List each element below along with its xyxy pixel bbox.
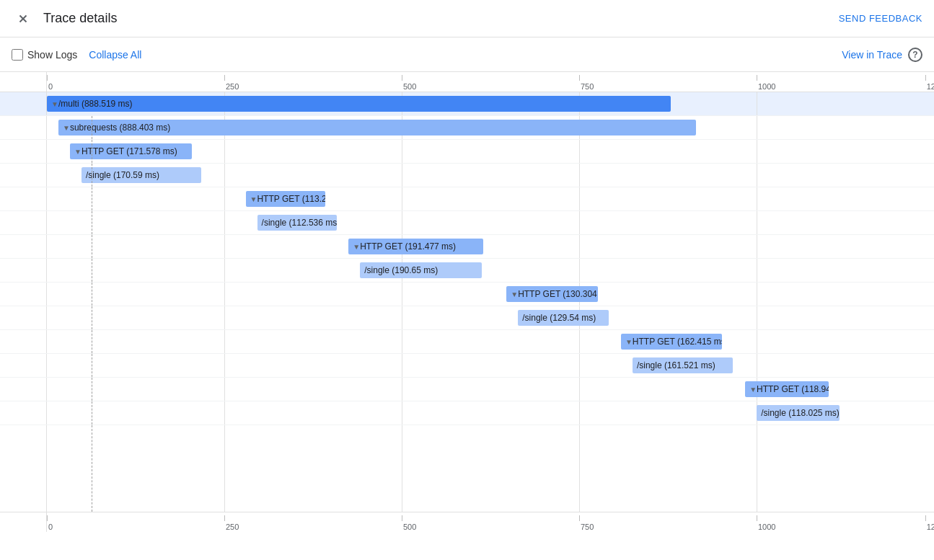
row-chart: ▼ subrequests (888.403 ms) bbox=[47, 116, 934, 139]
span-label: /single (190.65 ms) bbox=[364, 265, 438, 275]
trace-row: /single (112.536 ms) bbox=[0, 211, 934, 235]
ruler-spacer bbox=[0, 72, 47, 92]
span-label: HTTP GET (191.477 ms) bbox=[360, 241, 456, 252]
row-label bbox=[0, 283, 47, 306]
row-chart: ▼ HTTP GET (113.268 ms) bbox=[47, 187, 934, 210]
row-label bbox=[0, 164, 47, 187]
span-label: /single (112.536 ms) bbox=[262, 218, 338, 228]
trace-row: ▼ HTTP GET (118.941 ms) bbox=[0, 378, 934, 401]
bottom-ruler-tick-250: 250 bbox=[224, 512, 239, 532]
bottom-ruler-label-1000: 1000 bbox=[758, 523, 775, 531]
row-label bbox=[0, 92, 47, 115]
span-bar[interactable]: /single (118.025 ms) bbox=[757, 405, 839, 421]
ruler-label-750: 750 bbox=[581, 82, 594, 91]
span-bar[interactable]: /single (170.59 ms) bbox=[81, 167, 201, 183]
bottom-ruler-tick-750: 750 bbox=[579, 512, 594, 532]
trace-row: /single (118.025 ms) bbox=[0, 401, 934, 425]
ruler-label-1250: 1250 bbox=[927, 82, 934, 91]
bottom-ruler-label-1250: 1250 bbox=[927, 523, 934, 531]
span-label: HTTP GET (113.268 ms) bbox=[257, 194, 325, 204]
span-label: HTTP GET (171.578 ms) bbox=[81, 146, 177, 156]
bottom-ruler-tick-500: 500 bbox=[402, 512, 416, 532]
span-bar[interactable]: ▼ HTTP GET (113.268 ms) bbox=[246, 191, 326, 207]
bottom-ruler: 0 250 500 750 1000 bbox=[0, 512, 934, 532]
trace-row: ▼ HTTP GET (171.578 ms) bbox=[0, 140, 934, 164]
bottom-ruler-label-750: 750 bbox=[581, 523, 594, 531]
span-bar[interactable]: ▼ HTTP GET (118.941 ms) bbox=[745, 381, 829, 397]
span-label: HTTP GET (162.415 ms) bbox=[633, 337, 722, 347]
trace-row: /single (170.59 ms) bbox=[0, 164, 934, 187]
chevron-down-icon[interactable]: ▼ bbox=[74, 148, 81, 156]
span-bar[interactable]: /single (112.536 ms) bbox=[257, 215, 338, 231]
row-label bbox=[0, 425, 47, 512]
span-bar[interactable]: ▼ HTTP GET (130.304 ms) bbox=[506, 286, 598, 302]
row-label bbox=[0, 140, 47, 163]
page-title: Trace details bbox=[43, 11, 117, 26]
close-button[interactable] bbox=[12, 7, 35, 30]
bottom-ruler-label-500: 500 bbox=[403, 523, 416, 531]
ruler-ticks: 0 250 500 750 1000 bbox=[47, 72, 934, 92]
view-in-trace-link[interactable]: View in Trace bbox=[842, 49, 902, 61]
toolbar-left: Show Logs Collapse All bbox=[12, 49, 141, 61]
span-bar[interactable]: /single (129.54 ms) bbox=[518, 310, 608, 326]
row-chart: ▼ HTTP GET (191.477 ms) bbox=[47, 235, 934, 258]
span-label: HTTP GET (118.941 ms) bbox=[757, 384, 829, 394]
top-ruler: 0 250 500 750 1000 bbox=[0, 72, 934, 92]
row-label bbox=[0, 235, 47, 258]
ruler-label-500: 500 bbox=[403, 82, 416, 91]
trace-row: ▼ /multi (888.519 ms) bbox=[0, 92, 934, 116]
row-label bbox=[0, 306, 47, 329]
row-label bbox=[0, 259, 47, 282]
span-bar[interactable]: /single (161.521 ms) bbox=[633, 357, 733, 373]
span-bar[interactable]: ▼ HTTP GET (171.578 ms) bbox=[70, 143, 192, 159]
send-feedback-button[interactable]: SEND FEEDBACK bbox=[839, 13, 922, 24]
chevron-down-icon[interactable]: ▼ bbox=[625, 338, 633, 346]
show-logs-label[interactable]: Show Logs bbox=[27, 49, 77, 61]
row-label bbox=[0, 330, 47, 353]
row-label bbox=[0, 401, 47, 425]
trace-container: 0 250 500 750 1000 bbox=[0, 72, 934, 560]
chevron-down-icon[interactable]: ▼ bbox=[250, 195, 257, 203]
row-label bbox=[0, 378, 47, 401]
span-bar[interactable]: ▼ HTTP GET (191.477 ms) bbox=[348, 239, 483, 254]
help-icon[interactable]: ? bbox=[908, 48, 922, 62]
row-chart: /single (170.59 ms) bbox=[47, 164, 934, 187]
span-bar[interactable]: ▼ /multi (888.519 ms) bbox=[47, 96, 671, 112]
chevron-down-icon[interactable]: ▼ bbox=[353, 243, 360, 251]
trace-row-empty bbox=[0, 425, 934, 512]
timeline-area[interactable]: 0 250 500 750 1000 bbox=[0, 72, 934, 560]
collapse-all-button[interactable]: Collapse All bbox=[89, 49, 141, 61]
show-logs-group: Show Logs bbox=[12, 49, 77, 61]
trace-row: ▼ HTTP GET (130.304 ms) bbox=[0, 283, 934, 306]
row-chart: ▼ HTTP GET (118.941 ms) bbox=[47, 378, 934, 401]
bottom-ruler-tick-1250: 1250 bbox=[925, 512, 934, 532]
ruler-tick-750: 750 bbox=[579, 72, 594, 92]
ruler-tick-250: 250 bbox=[224, 72, 239, 92]
trace-row: ▼ HTTP GET (113.268 ms) bbox=[0, 187, 934, 211]
ruler-tick-1250: 1250 bbox=[925, 72, 934, 92]
row-chart: ▼ HTTP GET (130.304 ms) bbox=[47, 283, 934, 306]
ruler-label-0: 0 bbox=[48, 82, 53, 91]
span-bar[interactable]: ▼ subrequests (888.403 ms) bbox=[58, 120, 696, 135]
span-label: HTTP GET (130.304 ms) bbox=[518, 289, 598, 299]
span-label: subrequests (888.403 ms) bbox=[70, 123, 170, 133]
trace-row: ▼ HTTP GET (162.415 ms) bbox=[0, 330, 934, 354]
span-bar[interactable]: /single (190.65 ms) bbox=[360, 262, 482, 278]
toolbar: Show Logs Collapse All View in Trace ? bbox=[0, 37, 934, 72]
chevron-down-icon[interactable]: ▼ bbox=[51, 100, 58, 108]
trace-row: /single (161.521 ms) bbox=[0, 354, 934, 378]
chevron-down-icon[interactable]: ▼ bbox=[749, 386, 757, 394]
row-label bbox=[0, 116, 47, 139]
row-chart: /single (129.54 ms) bbox=[47, 306, 934, 329]
chevron-down-icon[interactable]: ▼ bbox=[63, 124, 70, 132]
toolbar-right: View in Trace ? bbox=[842, 48, 922, 62]
row-chart: /single (161.521 ms) bbox=[47, 354, 934, 377]
rows-area: ▼ /multi (888.519 ms) ▼ subrequests (8 bbox=[0, 92, 934, 512]
trace-row: /single (129.54 ms) bbox=[0, 306, 934, 330]
span-bar[interactable]: ▼ HTTP GET (162.415 ms) bbox=[621, 334, 722, 350]
row-chart: ▼ /multi (888.519 ms) bbox=[47, 92, 934, 115]
bottom-ruler-label-250: 250 bbox=[226, 523, 239, 531]
trace-row: ▼ HTTP GET (191.477 ms) bbox=[0, 235, 934, 259]
show-logs-checkbox[interactable] bbox=[12, 49, 23, 61]
chevron-down-icon[interactable]: ▼ bbox=[511, 290, 518, 298]
